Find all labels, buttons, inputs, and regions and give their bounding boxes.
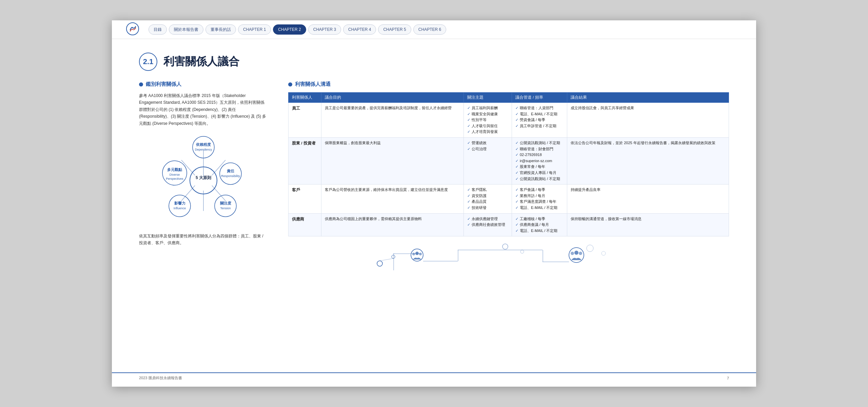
svg-rect-44 [542,250,543,262]
bottom-svg [288,243,729,270]
svg-rect-35 [458,250,458,261]
svg-point-15 [215,195,236,217]
td-channels-2: ✓客戶會議 / 每季✓業務拜訪 / 每月✓客戶滿意度調查 / 每年✓電話、E-M… [512,185,567,213]
svg-text:Tension: Tension [220,207,231,210]
svg-text:5 大原則: 5 大原則 [196,175,211,180]
footer-page-number: 7 [727,376,729,380]
nav-btn-4[interactable]: CHAPTER 2 [273,24,306,35]
td-results-3: 保持順暢的溝通管道，接收第一線市場消息 [567,213,729,236]
svg-line-27 [380,258,393,261]
nav-items-container: 目錄關於本報告書董事長的話CHAPTER 1CHAPTER 2CHAPTER 3… [149,24,446,35]
td-channels-0: ✓聯絡管道：人資部門✓電話、E-MAIL / 不定期✓勞資會議 / 每季✓員工申… [512,103,567,138]
right-heading-text: 利害關係人溝通 [295,81,331,88]
left-col: 鑑別利害關係人 參考 AA1000 利害關係人議合標準 2015 年版（Stak… [139,81,268,376]
svg-rect-28 [393,253,394,270]
nav-btn-1[interactable]: 關於本報告書 [169,24,203,35]
td-results-0: 成立持股信託會，與員工共享經營成果 [567,103,729,138]
td-channels-3: ✓工廠稽核 / 每季✓供應商會議 / 每月✓電話、E-MAIL / 不定期 [512,213,567,236]
svg-text:責任: 責任 [227,169,235,173]
svg-line-3 [212,186,225,201]
table-body: 員工員工是公司最重要的資產，提供完善薪酬福利及培訓制度，留任人才永續經營✓員工福… [289,103,729,236]
svg-point-38 [520,250,524,253]
td-topics-1: ✓營運績效✓公司治理 [464,137,512,184]
five-principles-diagram: 5 大原則 依賴程度 Dependency 責任 Responsibility … [153,133,254,228]
th-results: 議合結果 [567,93,729,103]
svg-text:Influence: Influence [174,207,186,210]
footer-left-text: 2023 匯鼎科技永續報告書 [139,375,182,381]
svg-text:多元觀點: 多元觀點 [167,168,182,172]
page-container: 目錄關於本報告書董事長的話CHAPTER 1CHAPTER 2CHAPTER 3… [112,20,756,387]
nav-btn-2[interactable]: 董事長的話 [205,24,236,35]
svg-text:影響力: 影響力 [174,201,185,205]
td-stakeholder-1: 股東 / 投資者 [289,137,321,184]
svg-point-33 [419,253,422,255]
table-header-row: 利害關係人 議合目的 關注主題 議合管道 / 頻率 議合結果 [289,93,729,103]
th-purpose: 議合目的 [321,93,464,103]
svg-point-31 [415,252,419,255]
page-title: 利害關係人議合 [163,54,239,69]
svg-point-12 [220,163,241,185]
nav-btn-0[interactable]: 目錄 [149,24,167,35]
top-nav: 目錄關於本報告書董事長的話CHAPTER 1CHAPTER 2CHAPTER 3… [112,20,756,39]
svg-text:關注度: 關注度 [220,201,232,205]
th-stakeholder: 利害關係人 [289,93,321,103]
nav-btn-5[interactable]: CHAPTER 3 [308,24,341,35]
table-row-0: 員工員工是公司最重要的資產，提供完善薪酬福利及培訓制度，留任人才永續經營✓員工福… [289,103,729,138]
page-title-row: 2.1 利害關係人議合 [139,53,729,71]
nav-btn-7[interactable]: CHAPTER 5 [378,24,411,35]
svg-point-0 [126,23,139,35]
section-number: 2.1 [139,53,157,71]
svg-point-41 [571,252,574,255]
td-purpose-0: 員工是公司最重要的資產，提供完善薪酬福利及培訓制度，留任人才永續經營 [321,103,464,138]
td-purpose-1: 保障股東權益，創造股東最大利益 [321,137,464,184]
stakeholder-table: 利害關係人 議合目的 關注主題 議合管道 / 頻率 議合結果 員工員工是公司最重… [288,92,729,236]
svg-text:Diverse: Diverse [170,173,180,176]
td-topics-0: ✓員工福利與薪酬✓職業安全與健康✓性別平等✓人才吸引與留任✓人才培育與發展 [464,103,512,138]
footer-line [112,372,756,373]
bottom-paragraph: 依其互動頻率及發揮重要性將利害關係人分為四個群體：員工、股東 / 投資者、客戶、… [139,233,268,247]
svg-point-25 [377,261,382,266]
left-heading-text: 鑑別利害關係人 [146,81,181,88]
bottom-illustration [288,243,729,270]
td-results-1: 依法公告公司年報及財報，並於 2025 年起發行永續報告書，揭露永續發展的績效與… [567,137,729,184]
svg-text:Responsibility: Responsibility [221,174,240,178]
svg-point-42 [579,252,582,255]
td-purpose-3: 供應商為公司穩固上的重要夥伴，需仰賴其提供主要原物料 [321,213,464,236]
svg-line-6 [181,160,195,175]
svg-line-2 [212,160,225,175]
footer: 2023 匯鼎科技永續報告書 7 [139,375,729,381]
td-stakeholder-0: 員工 [289,103,321,138]
svg-point-39 [569,248,584,263]
svg-point-18 [169,195,191,217]
td-stakeholder-2: 客戶 [289,185,321,213]
right-heading: 利害關係人溝通 [288,81,729,88]
main-content: 2.1 利害關係人議合 鑑別利害關係人 參考 AA1000 利害關係人議合標準 … [112,39,756,387]
nav-btn-6[interactable]: CHAPTER 4 [343,24,376,35]
svg-text:依賴程度: 依賴程度 [196,142,211,147]
td-channels-1: ✓公開資訊觀測站 / 不定期✓聯絡管道：財會部門✓02-27926918✓ir@… [512,137,567,184]
svg-text:Perspectives: Perspectives [166,177,183,180]
logo-area [125,22,140,37]
right-col: 利害關係人溝通 利害關係人 議合目的 關注主題 議合管道 / 頻率 議合結果 員… [288,81,729,376]
nav-btn-3[interactable]: CHAPTER 1 [238,24,271,35]
two-col-layout: 鑑別利害關係人 參考 AA1000 利害關係人議合標準 2015 年版（Stak… [139,81,729,376]
td-topics-2: ✓客戶隱私✓資安防護✓產品品質✓技術研發 [464,185,512,213]
svg-point-40 [574,251,578,255]
table-row-2: 客戶客戶為公司營收的主要來源，維持保水率出貨品質，建立信任並提升滿意度✓客戶隱私… [289,185,729,213]
td-stakeholder-3: 供應商 [289,213,321,236]
right-heading-dot [288,82,292,86]
svg-point-47 [601,251,606,255]
svg-line-5 [181,186,195,201]
td-purpose-2: 客戶為公司營收的主要來源，維持保水率出貨品質，建立信任並提升滿意度 [321,185,464,213]
th-topics: 關注主題 [464,93,512,103]
heading-dot [139,82,143,86]
left-paragraph: 參考 AA1000 利害關係人議合標準 2015 年版（Stakeholder … [139,92,268,127]
table-row-1: 股東 / 投資者保障股東權益，創造股東最大利益✓營運績效✓公司治理✓公開資訊觀測… [289,137,729,184]
nav-btn-8[interactable]: CHAPTER 6 [413,24,446,35]
td-results-2: 持續提升產品良率 [567,185,729,213]
svg-point-37 [502,244,508,249]
svg-point-32 [412,253,415,255]
th-channels: 議合管道 / 頻率 [512,93,567,103]
svg-point-46 [587,245,593,252]
table-row-3: 供應商供應商為公司穩固上的重要夥伴，需仰賴其提供主要原物料✓永續供應鏈管理✓供應… [289,213,729,236]
